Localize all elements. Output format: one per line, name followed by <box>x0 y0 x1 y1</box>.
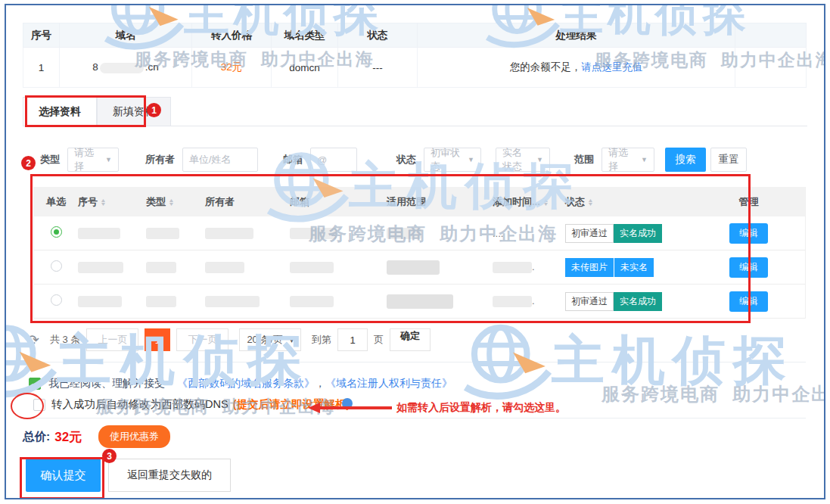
owner-input[interactable]: 单位/姓名 <box>182 148 258 172</box>
total-label: 总价: <box>23 429 50 445</box>
edit-button[interactable]: 编辑 <box>729 291 768 312</box>
type-select[interactable]: 请选择▼ <box>67 148 119 172</box>
chevron-down-icon: ▼ <box>99 156 112 163</box>
radio-unselected[interactable] <box>51 260 62 272</box>
audit-status-select[interactable]: 初审状态▼ <box>424 148 481 172</box>
redacted-index <box>78 296 122 307</box>
col-price: 转入价格 <box>192 23 272 48</box>
range-select[interactable]: 请选择▼ <box>602 148 654 172</box>
radio-unselected[interactable] <box>51 294 62 306</box>
profile-table: 单选 序号▲▼ 类型▲▼ 所有者 邮箱 适用范围 添加时间...▲▼ 状态▲▼ … <box>33 187 806 319</box>
email-label: 邮箱 <box>283 153 303 166</box>
sort-icon[interactable]: ▲▼ <box>101 198 106 206</box>
redacted-email <box>290 262 334 273</box>
tab-select-profile[interactable]: 选择资料 <box>23 97 97 126</box>
col-add-time: 添加时间... <box>493 196 540 207</box>
edit-button[interactable]: 编辑 <box>729 223 768 244</box>
redacted-email <box>290 228 337 239</box>
terms-agreement-row: 我已经阅读、理解并接受 《西部数码的域名服务条款》 ， 《域名注册人权利与责任》 <box>29 377 807 390</box>
status-badge: 未实名 <box>614 258 654 277</box>
dns-checkbox[interactable] <box>33 399 45 411</box>
redacted-owner <box>205 228 253 239</box>
table-row[interactable]: .... 初审通过实名成功 编辑 <box>34 216 805 250</box>
chevron-down-icon: ▼ <box>635 156 648 163</box>
transfer-price: 32元 <box>192 48 272 88</box>
tab-new-profile[interactable]: 新填资料 <box>97 97 171 126</box>
registrant-rights-link[interactable]: 《域名注册人权利与责任》 <box>325 377 452 390</box>
col-email: 邮箱 <box>290 195 387 209</box>
use-coupon-button[interactable]: 使用优惠券 <box>98 425 170 448</box>
prev-page-button[interactable]: 上一页 <box>86 328 138 351</box>
col-index: 序号 <box>78 196 98 207</box>
info-icon <box>342 398 353 409</box>
profile-table-header: 单选 序号▲▼ 类型▲▼ 所有者 邮箱 适用范围 添加时间...▲▼ 状态▲▼ … <box>34 187 805 216</box>
status-badge: 初审通过 <box>565 224 614 243</box>
domain-transfer-page: 序号 域名 转入价格 域名类型 状态 处理结果 1 8.cn 32元 domcn… <box>5 4 825 499</box>
sort-icon[interactable]: ▲▼ <box>588 198 593 206</box>
owner-label: 所有者 <box>145 153 175 166</box>
col-domain: 域名 <box>60 23 192 48</box>
dns-text: 转入成功后自动修改为西部数码DNS <box>51 397 228 412</box>
redacted-owner <box>205 296 260 307</box>
page-size-select[interactable]: 20 条/页▾ <box>239 328 301 351</box>
col-scope: 适用范围 <box>387 195 493 209</box>
resubmit-failed-button[interactable]: 返回重提交失败的 <box>108 459 231 492</box>
edit-button[interactable]: 编辑 <box>729 257 768 278</box>
col-owner: 所有者 <box>205 195 290 209</box>
col-status: 状态 <box>338 23 418 48</box>
total-row: 总价: 32元 使用优惠券 <box>23 425 807 448</box>
col-type: 类型 <box>146 196 166 207</box>
status-badge: 实名成功 <box>614 292 662 311</box>
col-radio: 单选 <box>34 195 78 209</box>
confirm-submit-button[interactable]: 确认提交 <box>26 459 101 492</box>
col-domain-type: 域名类型 <box>272 23 338 48</box>
sort-icon[interactable]: ▲▼ <box>169 198 174 206</box>
dns-highlight: (提交后请立即设置解析) <box>233 397 350 412</box>
current-page[interactable]: 1 <box>145 328 170 351</box>
goto-confirm-button[interactable]: 确定 <box>390 328 431 351</box>
search-button[interactable]: 搜索 <box>665 148 706 172</box>
domain-cell: 8.cn <box>60 48 192 88</box>
service-terms-link[interactable]: 《西部数码的域名服务条款》 <box>177 377 315 390</box>
divider <box>23 418 806 418</box>
status-badge: 实名成功 <box>614 224 662 243</box>
table-row[interactable]: . 初审通过实名成功 编辑 <box>34 285 805 319</box>
col-result: 处理结果 <box>418 23 735 48</box>
domain-type: domcn <box>272 48 338 88</box>
col-index: 序号 <box>23 23 60 48</box>
radio-selected[interactable] <box>51 226 62 238</box>
redacted-domain <box>100 63 144 73</box>
terms-checkbox[interactable] <box>29 378 41 390</box>
recharge-link[interactable]: 请点这里充值 <box>581 61 642 73</box>
result-cell: 您的余额不足，请点这里充值 <box>418 48 735 88</box>
order-status: --- <box>338 48 418 88</box>
summary-row: 1 8.cn 32元 domcn --- 您的余额不足，请点这里充值 <box>23 48 807 88</box>
sort-icon[interactable]: ▲▼ <box>543 198 549 206</box>
status-badge: 初审通过 <box>565 292 614 311</box>
redacted-scope <box>387 260 440 275</box>
status-label: 状态 <box>396 153 416 166</box>
total-value: 32元 <box>54 428 82 446</box>
action-buttons: 确认提交 返回重提交失败的 <box>23 459 807 492</box>
dns-option-row: 转入成功后自动修改为西部数码DNS (提交后请立即设置解析) <box>23 397 807 412</box>
reset-button[interactable]: 重置 <box>710 148 747 172</box>
goto-label: 到第 <box>312 333 331 347</box>
col-manage: 管理 <box>692 195 805 209</box>
type-label: 类型 <box>40 153 60 166</box>
chevron-down-icon: ▼ <box>462 156 474 163</box>
goto-page-input[interactable] <box>337 328 368 351</box>
table-row[interactable]: . 未传图片未实名 编辑 <box>34 250 805 285</box>
chevron-down-icon: ▾ <box>290 336 294 344</box>
profile-tabs: 选择资料 新填资料 <box>23 97 807 126</box>
range-label: 范围 <box>574 153 594 166</box>
redacted-type <box>146 228 179 239</box>
order-summary-table: 序号 域名 转入价格 域名类型 状态 处理结果 1 8.cn 32元 domcn… <box>23 23 807 88</box>
filter-bar: 类型 请选择▼ 所有者 单位/姓名 邮箱 @ 状态 初审状态▼ 实名状态▼ 范围… <box>23 148 807 172</box>
realname-status-select[interactable]: 实名状态▼ <box>496 148 550 172</box>
next-page-button[interactable]: 下一页 <box>176 328 228 351</box>
redacted-type <box>146 262 176 273</box>
refresh-icon[interactable]: ⟳ <box>27 331 39 349</box>
redacted-owner <box>205 262 244 273</box>
email-input[interactable]: @ <box>310 148 357 172</box>
col-status: 状态 <box>565 196 585 207</box>
